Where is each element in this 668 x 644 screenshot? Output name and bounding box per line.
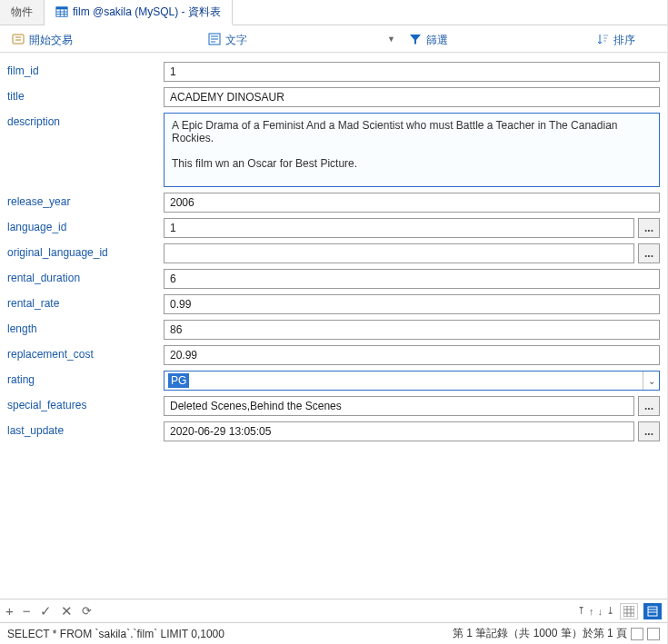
view-and-nav: ⤒ ↑ ↓ ⤓ [577, 603, 662, 619]
label-description: description [7, 113, 164, 128]
nav-prev-button[interactable]: ↑ [589, 606, 594, 617]
transaction-icon [11, 32, 25, 46]
toolbar: 開始交易 文字 ▼ 篩選 排序 匯入 匯出 [0, 25, 667, 53]
input-release-year[interactable] [164, 193, 660, 213]
row-title: title [7, 87, 660, 107]
row-special-features: special_features ... [7, 396, 660, 416]
form-view-button[interactable] [643, 603, 662, 619]
select-rating-value: PG [168, 373, 189, 388]
begin-transaction-button[interactable]: 開始交易 [7, 28, 189, 50]
text-icon [207, 32, 222, 46]
row-replacement-cost: replacement_cost [7, 345, 660, 365]
label-replacement-cost: replacement_cost [7, 345, 164, 361]
svg-rect-17 [648, 607, 657, 616]
row-rental-duration: rental_duration [7, 269, 660, 289]
input-film-id[interactable] [164, 62, 660, 82]
page-nav: ⤒ ↑ ↓ ⤓ [577, 605, 614, 617]
label-rental-duration: rental_duration [7, 269, 164, 284]
add-record-button[interactable]: + [5, 603, 14, 619]
status-box-1[interactable] [631, 628, 643, 640]
label-title: title [7, 87, 164, 103]
tab-bar: 物件 film @sakila (MySQL) - 資料表 [0, 0, 667, 25]
row-last-update: last_update ... [7, 421, 660, 441]
row-rental-rate: rental_rate [7, 294, 660, 314]
language-id-browse-button[interactable]: ... [638, 218, 660, 238]
label-release-year: release_year [7, 193, 164, 208]
input-original-language-id[interactable] [164, 243, 634, 263]
input-rental-rate[interactable] [164, 294, 660, 314]
tab-objects-label: 物件 [11, 5, 33, 20]
status-box-2[interactable] [647, 628, 660, 640]
chevron-down-icon: ▼ [387, 35, 395, 44]
svg-rect-12 [623, 606, 634, 617]
row-film-id: film_id [7, 62, 660, 82]
last-update-browse-button[interactable]: ... [638, 421, 660, 441]
record-controls: + − ✓ ✕ ⟳ [5, 603, 92, 619]
nav-next-button[interactable]: ↓ [598, 606, 603, 617]
text-label: 文字 [225, 30, 382, 48]
delete-record-button[interactable]: − [23, 603, 31, 619]
status-record: 第 1 筆記錄（共 1000 筆）於第 1 頁 [453, 626, 627, 641]
input-language-id[interactable] [164, 218, 634, 238]
row-original-language-id: original_language_id ... [7, 243, 660, 263]
filter-icon [408, 32, 423, 46]
original-language-id-browse-button[interactable]: ... [638, 243, 660, 263]
label-film-id: film_id [7, 62, 164, 77]
filter-label: 篩選 [426, 30, 583, 48]
input-replacement-cost[interactable] [164, 345, 660, 365]
special-features-browse-button[interactable]: ... [638, 396, 660, 416]
input-rental-duration[interactable] [164, 269, 660, 289]
tab-film-label: film @sakila (MySQL) - 資料表 [73, 5, 221, 20]
label-last-update: last_update [7, 421, 164, 437]
row-description: description [7, 113, 660, 187]
svg-rect-6 [13, 35, 24, 44]
refresh-button[interactable]: ⟳ [82, 604, 92, 618]
select-rating[interactable]: PG ⌄ [164, 371, 660, 391]
row-rating: rating PG ⌄ [7, 371, 660, 391]
input-title[interactable] [164, 87, 660, 107]
label-special-features: special_features [7, 396, 164, 411]
label-language-id: language_id [7, 218, 164, 233]
label-original-language-id: original_language_id [7, 243, 164, 259]
row-length: length [7, 320, 660, 340]
label-rental-rate: rental_rate [7, 294, 164, 310]
form-area: film_id title description release_year l… [0, 53, 667, 599]
sort-label: 排序 [613, 30, 668, 48]
nav-first-button[interactable]: ⤒ [577, 605, 585, 617]
tab-objects[interactable]: 物件 [0, 0, 45, 25]
grid-view-button[interactable] [620, 603, 638, 619]
begin-transaction-label: 開始交易 [29, 30, 185, 48]
sort-icon [595, 32, 610, 46]
row-language-id: language_id ... [7, 218, 660, 238]
table-icon [55, 5, 68, 18]
filter-button[interactable]: 篩選 [404, 28, 586, 50]
chevron-down-icon: ⌄ [643, 372, 659, 390]
bottom-bar: + − ✓ ✕ ⟳ ⤒ ↑ ↓ ⤓ [0, 599, 667, 622]
input-special-features[interactable] [164, 396, 634, 416]
commit-button[interactable]: ✓ [40, 603, 52, 619]
grid-icon [623, 606, 634, 617]
label-rating: rating [7, 371, 164, 386]
status-bar: SELECT * FROM `sakila`.`film` LIMIT 0,10… [0, 622, 667, 644]
svg-rect-1 [56, 7, 67, 10]
label-length: length [7, 320, 164, 335]
sort-button[interactable]: 排序 [592, 28, 668, 50]
input-length[interactable] [164, 320, 660, 340]
nav-last-button[interactable]: ⤓ [606, 605, 614, 617]
status-sql: SELECT * FROM `sakila`.`film` LIMIT 0,10… [7, 628, 224, 640]
cancel-button[interactable]: ✕ [61, 603, 73, 619]
form-icon [647, 606, 658, 617]
tab-film[interactable]: film @sakila (MySQL) - 資料表 [45, 0, 233, 25]
input-last-update[interactable] [164, 421, 634, 441]
textarea-description[interactable] [164, 113, 660, 187]
text-button[interactable]: 文字 ▼ [204, 28, 399, 50]
row-release-year: release_year [7, 193, 660, 213]
